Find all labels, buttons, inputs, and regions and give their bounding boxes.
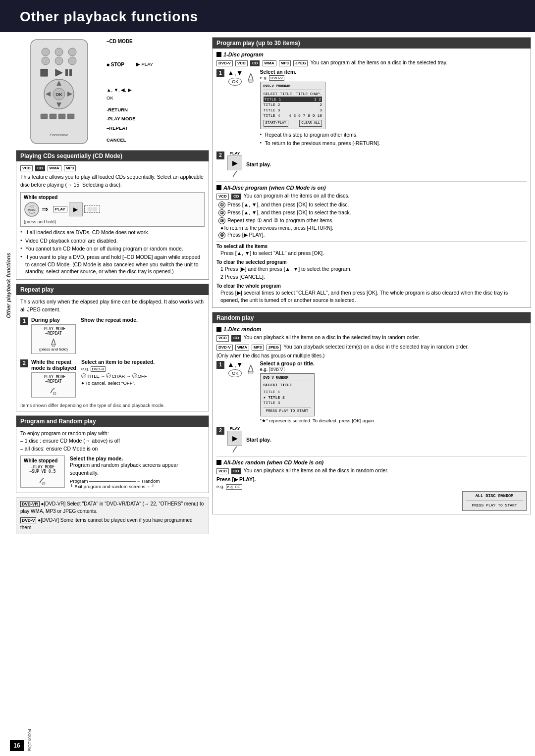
repeat-play-content: This works only when the elapsed play ti… (16, 295, 209, 411)
disc-random-title: 1-Disc random (216, 326, 527, 332)
select-group-area: Select a group or title. e.g. DVD-V DVD-… (260, 360, 527, 423)
return-note: ●To return to the previous menu, press [… (218, 225, 527, 231)
title-1-row: TITLE 1 1 2 (264, 97, 322, 102)
random-step-1: 1 ▲,▼ OK (216, 360, 527, 423)
page-number: 16 (10, 740, 24, 751)
play-button2[interactable]: ▶ (227, 431, 242, 446)
return-label: -RETURN (107, 106, 128, 114)
clear-step-1: 1 Press [▶] and then press [▲, ▼] to sel… (216, 265, 527, 273)
mode-select-area: Select the play mode. Program and random… (70, 455, 205, 490)
black-square-icon3 (216, 327, 221, 332)
black-square-icon2 (216, 185, 221, 190)
all-disc-label: All-Disc program (when CD Mode is on) (223, 185, 326, 191)
playing-cds-desc: This feature allows you to play all load… (20, 173, 205, 189)
bullet-alldiscs: – all discs: ensure CD Mode is on (20, 445, 205, 453)
note-2: DVD-V ●[DVD-V] Some items cannot be play… (20, 516, 205, 531)
random-note-parens: (Only when the disc has groups or multip… (216, 353, 527, 358)
mp3-badge3: MP3 (252, 345, 264, 351)
cancel-note: ● To cancel, select "OFF". (81, 380, 205, 386)
black-square-icon (216, 52, 221, 57)
svg-point-2 (55, 48, 63, 56)
jpeg-badge2: JPEG (267, 345, 281, 351)
hand-cursor-icon (24, 475, 61, 485)
svg-rect-21 (67, 114, 74, 119)
svg-point-4 (42, 57, 50, 65)
bullet-item: Video CD playback control are disabled. (20, 237, 205, 245)
disc-prog-desc: You can program all the items on a disc … (311, 59, 448, 65)
bullet: To return to the previous menu, press [-… (260, 140, 527, 147)
playing-cds-header: Playing CDs sequentially (CD Mode) (16, 151, 209, 161)
start-play-label2: Start play. (246, 437, 271, 443)
play-mode-display: –PLAY MODE→REPEAT (35, 327, 72, 336)
jpeg-badge: JPEG (293, 60, 308, 66)
press-hold-note: (press and hold) (24, 219, 201, 224)
hand-point-icon (245, 72, 256, 83)
prog-step-2-num: 2 (216, 151, 224, 159)
random-title-1: TITLE 1 (264, 389, 311, 395)
during-play-label: During play (31, 317, 60, 323)
repeat-display-text: –PLAY MODE→REPEAT (35, 375, 72, 384)
doc-code: RQTX0094 (27, 729, 32, 751)
right-column: Program play (up to 30 items) 1-Disc pro… (212, 37, 531, 534)
all-disc-random-display-area: ALL DISC RANDOM PRESS PLAY TO START (216, 491, 527, 510)
repeat-chain: ↩ TITLE → ↩ CHAP. → ↩ OFF (81, 373, 205, 379)
all-disc-example: e.g. e.g. CD (216, 484, 527, 489)
random-desc2: You can playback selected item(s) on a d… (283, 344, 469, 350)
hand-point-icon2 (245, 363, 256, 374)
play-button[interactable]: ▶ (227, 155, 242, 170)
random-step-2-num: 2 (216, 427, 224, 435)
bullet-item: If all loaded discs are DVDs, CD Mode do… (20, 229, 205, 236)
svg-point-6 (68, 57, 76, 65)
all-disc-random-title: All-Disc random (when CD Mode is on) (216, 459, 527, 465)
svg-point-27 (53, 392, 56, 395)
title-2-row: TITLE 2 2 (264, 102, 322, 107)
svg-point-29 (248, 80, 253, 83)
all-disc-title: All-Disc program (when CD Mode is on) (216, 185, 527, 191)
repeat-hand-icon2 (35, 385, 72, 395)
random-title-2: ★ TITLE 2 (264, 395, 311, 400)
vcd-badge4: VCD (216, 335, 229, 341)
repeat-step-2: 2 While the repeatmode is displayed –PLA… (20, 359, 205, 400)
clear-selected-title: To clear the selected program (216, 259, 527, 265)
play-area2: PLAY ▶ (227, 426, 242, 454)
cd-badge2: CD (250, 60, 260, 66)
play-mode-label: -PLAY MODE (107, 115, 136, 123)
stopped-box: While stopped –PLAY MODE–SUP VD 0.5 (20, 455, 65, 488)
repeat-label: –REPEAT (107, 124, 128, 132)
mp3-badge2: MP3 (279, 60, 291, 66)
svg-point-3 (68, 48, 76, 56)
play-text3: PLAY (230, 426, 240, 431)
page-header: Other playback functions (0, 0, 535, 32)
press-hold-note2: (press and hold) (35, 347, 72, 352)
disc-random-label: 1-Disc random (223, 326, 261, 332)
random-desc1: You can playback all the items on a disc… (244, 334, 420, 340)
press-play-start: PRESS PLAY TO START (264, 407, 311, 414)
cd-badge5: CD (231, 468, 241, 474)
select-item-example: e.g. DVD-V (260, 75, 527, 80)
svg-rect-18 (41, 114, 48, 119)
playing-cds-bullets: If all loaded discs are DVDs, CD Mode do… (20, 229, 205, 275)
black-square-icon4 (216, 460, 221, 465)
circle-3: ③ (218, 217, 225, 224)
inline-step-1: ① Press [▲, ▼], and then press [OK] to s… (218, 202, 527, 208)
svg-text:OK: OK (55, 92, 62, 97)
dvd-program-display: DVD-V PROGRAM SELECT TITLE TITLE CHAP. T… (260, 82, 325, 130)
step-1-content: During play –PLAY MODE→REPEAT (31, 317, 205, 356)
select-all-area: To select all the items Press [▲, ▼] to … (216, 244, 527, 257)
repeat-play-desc: This works only when the elapsed play ti… (20, 298, 205, 314)
clear-selected-area: To clear the selected program 1 Press [▶… (216, 259, 527, 281)
up-down-arrows2: ▲,▼ (227, 360, 243, 368)
repeat-play-section: Repeat play This works only when the ela… (16, 284, 209, 411)
all-disc-random-label: All-Disc random (when CD Mode is on) (223, 459, 323, 465)
bullet: Repeat this step to program other items. (260, 131, 527, 139)
dvd-vr-badge: DVD-VR (20, 501, 40, 507)
program-random-intro: To enjoy program or random play with: (20, 430, 205, 438)
hand-icon (230, 170, 240, 178)
svg-text:MODE: MODE (28, 208, 36, 211)
svg-point-30 (248, 371, 253, 374)
all-disc-steps: ① Press [▲, ▼], and then press [OK] to s… (216, 202, 527, 239)
stopped-label: While stopped (24, 458, 61, 463)
hand-icon2 (230, 446, 240, 454)
remote-labels: –CD MODE ■ STOP ▶ PLAY ▲, ▼, ◀, ▶OK -RET… (107, 37, 153, 145)
random-play-header: Random play (213, 312, 531, 323)
